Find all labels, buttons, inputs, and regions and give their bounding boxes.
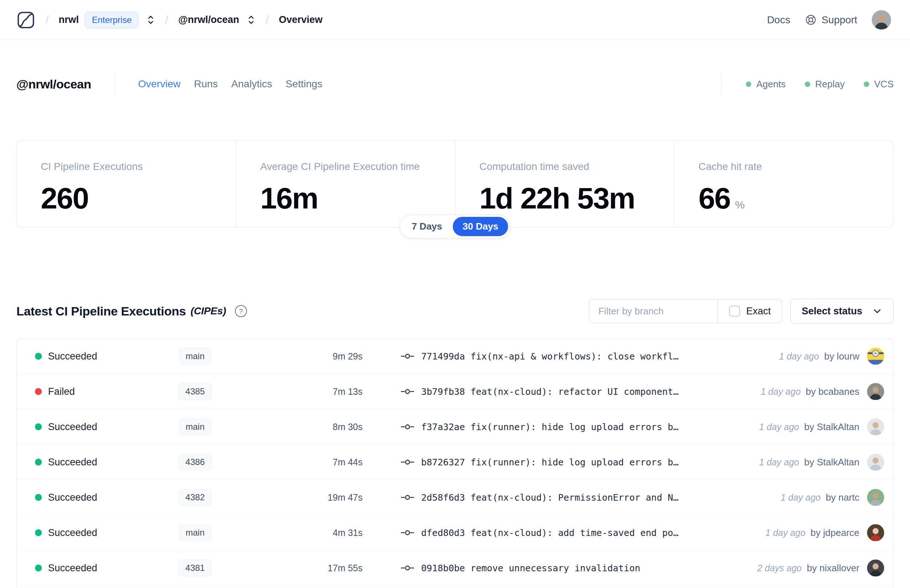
cipe-duration: 8m 30s — [286, 422, 362, 432]
cipe-duration: 7m 13s — [286, 386, 362, 397]
author: by nartc — [826, 492, 860, 503]
help-icon[interactable]: ? — [234, 305, 247, 318]
docs-link[interactable]: Docs — [767, 14, 790, 26]
tab[interactable]: Settings — [285, 78, 322, 90]
commit-info: 2d58f6d3 feat(nx-cloud): PermissionError… — [401, 492, 679, 503]
commit-info: 771499da fix(nx-api & workflows): close … — [401, 351, 679, 362]
cipe-row[interactable]: Failed 4385 7m 13s 3b79fb38 feat(nx-clou… — [17, 374, 893, 409]
breadcrumb-org[interactable]: nrwl — [58, 14, 79, 26]
branch-badge: 4386 — [178, 454, 212, 470]
workspace-tabs: Overview Runs Analytics Settings — [138, 78, 322, 90]
cipe-meta: 2 days ago by nixallover — [757, 560, 884, 577]
git-commit-icon — [401, 387, 414, 396]
range-option[interactable]: 7 Days — [402, 217, 452, 236]
commit-message: remove unnecessary invalidation — [470, 563, 640, 573]
cipe-row[interactable]: Succeeded main 8m 30s f37a32ae fix(runne… — [17, 409, 893, 445]
commit-hash: 0918b0be — [421, 563, 465, 573]
cipe-duration: 7m 44s — [286, 457, 362, 468]
exact-label: Exact — [746, 305, 771, 317]
branch-filter-input[interactable] — [589, 299, 718, 323]
stat-value: 16m — [260, 181, 455, 215]
divider — [114, 73, 115, 95]
section-title: Latest CI Pipeline Executions — [16, 304, 186, 318]
author-avatar — [867, 454, 884, 471]
org-switcher-chevrons-icon[interactable] — [146, 14, 155, 26]
workspace-switcher-chevrons-icon[interactable] — [246, 14, 256, 26]
cipe-row[interactable]: Succeeded 4386 7m 44s b8726327 fix(runne… — [17, 445, 893, 480]
cipe-duration: 9m 29s — [286, 351, 362, 362]
author: by StalkAltan — [804, 457, 860, 468]
cipe-status: Succeeded — [48, 562, 97, 574]
cipe-row[interactable]: Succeeded main 9m 29s 771499da fix(nx-ap… — [17, 339, 893, 374]
commit-message: fix(runner): hide log upload errors b… — [470, 457, 679, 468]
commit-message: feat(nx-cloud): refactor UI component… — [470, 386, 679, 397]
cipe-status: Succeeded — [48, 492, 97, 503]
status-dot-icon — [35, 494, 42, 501]
workspace-header: @nrwl/ocean Overview Runs Analytics Sett… — [16, 71, 894, 97]
cipe-meta: 1 day ago by lourw — [779, 348, 884, 365]
breadcrumb-workspace[interactable]: @nrwl/ocean — [178, 14, 239, 26]
author: by jdpearce — [811, 527, 860, 538]
status-dot-icon — [746, 81, 751, 87]
cipe-row[interactable]: Succeeded 4382 19m 47s 2d58f6d3 feat(nx-… — [17, 480, 893, 515]
status-dot-icon — [35, 353, 42, 360]
author-avatar — [867, 348, 884, 365]
stat-label: Average CI Pipeline Execution time — [260, 161, 455, 173]
cipe-row[interactable]: Succeeded 4381 17m 55s 0918b0be remove u… — [17, 551, 893, 586]
commit-hash: dfed80d3 — [421, 528, 465, 538]
tab[interactable]: Runs — [194, 78, 218, 90]
breadcrumb-separator: / — [266, 13, 269, 27]
commit-info: 0918b0be remove unnecessary invalidation — [401, 563, 640, 573]
tab[interactable]: Analytics — [231, 78, 272, 90]
commit-message: feat(nx-cloud): PermissionError and N… — [470, 492, 679, 503]
status-dot-icon — [864, 81, 869, 87]
cipe-section-header: Latest CI Pipeline Executions (CIPEs) ? … — [16, 298, 894, 324]
status-dot-icon — [35, 388, 42, 395]
stat-value: 260 — [41, 181, 236, 215]
stat-value: 1d 22h 53m — [479, 181, 674, 215]
branch-badge: main — [179, 418, 212, 435]
cipe-status: Succeeded — [48, 457, 97, 468]
stat-card: Cache hit rate 66% — [674, 141, 893, 227]
status-indicator[interactable]: Replay — [805, 79, 845, 90]
cipe-row[interactable]: Succeeded main 4m 31s dfed80d3 feat(nx-c… — [17, 515, 893, 551]
cipe-status: Failed — [48, 386, 75, 397]
exact-checkbox[interactable] — [729, 305, 740, 317]
nx-cloud-logo-icon[interactable] — [17, 11, 36, 29]
branch-badge: 4381 — [178, 560, 212, 577]
cipe-table: Succeeded main 9m 29s 771499da fix(nx-ap… — [16, 338, 894, 588]
status-indicator[interactable]: VCS — [864, 79, 894, 90]
commit-hash: f37a32ae — [421, 422, 465, 432]
cipe-status: Succeeded — [48, 527, 97, 538]
commit-message: feat(nx-cloud): add time-saved end po… — [470, 528, 679, 538]
cipe-meta: 1 day ago by StalkAltan — [759, 454, 884, 471]
cipe-duration: 19m 47s — [286, 492, 362, 503]
cipe-meta: 1 day ago by jdpearce — [766, 524, 884, 541]
stat-card: Computation time saved 1d 22h 53m — [455, 141, 674, 227]
user-avatar[interactable] — [872, 10, 891, 29]
status-select-button[interactable]: Select status — [790, 299, 894, 323]
breadcrumb-separator: / — [165, 13, 168, 27]
status-indicator[interactable]: Agents — [746, 79, 786, 90]
commit-message: fix(nx-api & workflows): close workfl… — [470, 351, 679, 362]
support-link[interactable]: Support — [805, 14, 857, 26]
commit-message: fix(runner): hide log upload errors b… — [470, 422, 679, 432]
tab[interactable]: Overview — [138, 78, 181, 90]
exact-match-toggle[interactable]: Exact — [718, 299, 782, 323]
time-ago: 1 day ago — [759, 422, 799, 432]
stat-label: CI Pipeline Executions — [41, 161, 236, 173]
cipe-duration: 17m 55s — [286, 563, 362, 573]
stat-suffix: % — [735, 199, 745, 211]
commit-info: dfed80d3 feat(nx-cloud): add time-saved … — [401, 528, 679, 538]
range-option[interactable]: 30 Days — [453, 217, 508, 236]
branch-badge: 4382 — [178, 489, 212, 506]
top-navbar: / nrwl Enterprise / @nrwl/ocean / Overvi… — [0, 0, 910, 40]
author-avatar — [867, 560, 884, 577]
branch-badge: main — [179, 524, 212, 541]
branch-badge: 4385 — [178, 383, 212, 400]
integration-status-indicators: Agents Replay VCS — [746, 79, 894, 90]
time-ago: 2 days ago — [757, 563, 802, 573]
stat-value: 66% — [698, 181, 893, 215]
date-range-toggle: 7 Days 30 Days — [400, 215, 510, 238]
git-commit-icon — [401, 493, 414, 502]
